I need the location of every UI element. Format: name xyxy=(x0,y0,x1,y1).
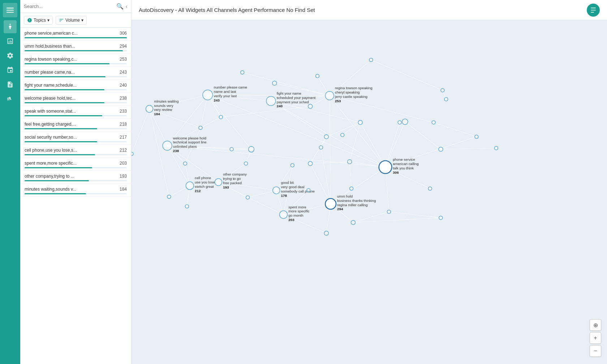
svg-point-173 xyxy=(307,188,310,192)
graph-node[interactable] xyxy=(319,146,323,149)
settings-icon[interactable] xyxy=(4,49,17,62)
search-icon[interactable]: 🔍 xyxy=(116,3,124,10)
graph-node[interactable] xyxy=(348,160,352,164)
graph-node[interactable]: welcome please holdtechnical support lin… xyxy=(163,136,207,153)
graph-node[interactable] xyxy=(241,71,244,74)
graph-area[interactable]: .edge { stroke: rgba(255,255,255,0.7); s… xyxy=(132,20,607,364)
svg-text:unlimited plans: unlimited plans xyxy=(173,144,197,148)
list-item[interactable]: umm hold,business than... 294 xyxy=(20,41,131,54)
graph-node[interactable] xyxy=(249,146,254,152)
graph-node[interactable] xyxy=(230,147,233,151)
graph-node[interactable] xyxy=(439,147,443,151)
graph-node[interactable] xyxy=(432,121,435,124)
graph-node[interactable] xyxy=(316,74,319,78)
list-item[interactable]: phone service,american c... 306 xyxy=(20,28,131,41)
topic-name: cell phone,use you lose,s... xyxy=(25,148,77,153)
graph-node[interactable] xyxy=(351,220,356,225)
list-item[interactable]: welcome please hold,tec... 238 xyxy=(20,93,131,106)
graph-node[interactable]: cell phoneuse you loseswitch great212 xyxy=(186,176,215,193)
list-item[interactable]: other company,trying to ... 193 xyxy=(20,171,131,184)
graph-node[interactable] xyxy=(199,126,202,130)
analytics-icon[interactable] xyxy=(4,35,17,48)
topic-bar-bg xyxy=(25,102,127,103)
list-item[interactable]: speak with someone,stat... 233 xyxy=(20,106,131,119)
topic-bar-bg xyxy=(25,76,127,77)
list-item[interactable]: spent more,more specific... 203 xyxy=(20,158,131,171)
svg-point-161 xyxy=(183,162,187,165)
locate-button[interactable]: ⊕ xyxy=(590,319,601,331)
search-input[interactable] xyxy=(24,4,114,9)
svg-text:regina miller calling: regina miller calling xyxy=(337,203,368,207)
svg-text:umm hold: umm hold xyxy=(337,194,353,198)
workflow-icon[interactable] xyxy=(4,64,17,77)
graph-node[interactable] xyxy=(219,115,223,119)
graph-node[interactable] xyxy=(341,133,344,137)
graph-node[interactable] xyxy=(387,210,391,213)
graph-node[interactable] xyxy=(475,135,478,139)
svg-point-165 xyxy=(351,220,356,225)
svg-text:more specific: more specific xyxy=(288,209,309,213)
graph-node[interactable] xyxy=(185,205,189,208)
svg-point-158 xyxy=(241,71,244,74)
svg-text:scheduled your payment: scheduled your payment xyxy=(277,96,316,100)
graph-node[interactable] xyxy=(183,162,187,165)
graph-node[interactable]: other companytrying to gofree packed193 xyxy=(215,172,247,189)
list-item[interactable]: fight your name,schedule... 240 xyxy=(20,80,131,93)
svg-line-59 xyxy=(310,162,350,164)
main-content: AutoDiscovery - All Widgets All Channels… xyxy=(132,0,607,364)
graph-node[interactable] xyxy=(307,188,310,192)
graph-node[interactable]: umm holdbusiness thanks thinkingregina m… xyxy=(325,194,376,211)
graph-node[interactable] xyxy=(308,161,313,166)
topic-bar-bg xyxy=(25,89,127,90)
graph-node[interactable] xyxy=(444,98,448,101)
graph-node[interactable] xyxy=(350,187,353,190)
graph-node[interactable] xyxy=(441,88,444,92)
list-item[interactable]: feel free,getting charged,... 218 xyxy=(20,119,131,132)
topic-count: 218 xyxy=(120,122,127,127)
home-icon[interactable] xyxy=(4,20,17,33)
topics-filter-button[interactable]: Topics ▾ xyxy=(24,16,53,25)
zoom-out-button[interactable]: − xyxy=(590,345,601,357)
zoom-in-button[interactable]: + xyxy=(590,332,601,344)
graph-node[interactable] xyxy=(167,195,171,199)
user-avatar[interactable] xyxy=(587,4,600,17)
svg-point-178 xyxy=(246,196,250,199)
list-item[interactable]: regina towson speaking,c... 253 xyxy=(20,54,131,67)
graph-node[interactable] xyxy=(132,152,133,156)
collapse-sidebar-button[interactable]: ‹ xyxy=(126,3,128,10)
svg-text:american calling: american calling xyxy=(393,162,418,166)
reports-icon[interactable] xyxy=(4,78,17,91)
volume-filter-label: Volume xyxy=(65,18,80,23)
topics-chevron-icon: ▾ xyxy=(47,18,49,23)
graph-node[interactable]: phone serviceamerican callingtalk you th… xyxy=(379,157,419,174)
menu-button[interactable] xyxy=(3,3,17,17)
topic-bar xyxy=(25,115,102,116)
svg-point-162 xyxy=(132,152,133,156)
list-item[interactable]: social security number,so... 217 xyxy=(20,132,131,145)
list-item[interactable]: number please came,na... 243 xyxy=(20,67,131,80)
graph-node[interactable]: number please camename and lastverify yo… xyxy=(203,85,247,102)
graph-node[interactable] xyxy=(369,58,373,62)
graph-node[interactable]: regina towson speakingcheryl speakingjer… xyxy=(325,86,372,103)
graph-node[interactable] xyxy=(290,164,294,167)
graph-node[interactable] xyxy=(308,104,313,109)
graph-node[interactable] xyxy=(246,196,250,199)
graph-node[interactable] xyxy=(244,162,248,165)
graph-node[interactable] xyxy=(402,119,408,125)
topic-bar-bg xyxy=(25,193,127,194)
graph-node[interactable] xyxy=(439,216,443,220)
graph-node[interactable] xyxy=(358,120,362,125)
graph-node[interactable] xyxy=(324,135,328,139)
volume-filter-button[interactable]: Volume ▾ xyxy=(56,16,87,25)
graph-node[interactable] xyxy=(398,121,401,124)
list-item[interactable]: cell phone,use you lose,s... 212 xyxy=(20,145,131,158)
graph-node[interactable] xyxy=(324,231,328,235)
graph-node[interactable] xyxy=(428,187,432,190)
graph-node[interactable] xyxy=(272,81,277,85)
graph-node[interactable] xyxy=(494,146,498,150)
topic-count: 238 xyxy=(120,96,127,101)
topic-count: 212 xyxy=(120,148,127,153)
topic-name: social security number,so... xyxy=(25,135,77,140)
list-item[interactable]: minutes waiting,sounds v... 184 xyxy=(20,184,131,197)
integrations-icon[interactable] xyxy=(4,92,17,105)
